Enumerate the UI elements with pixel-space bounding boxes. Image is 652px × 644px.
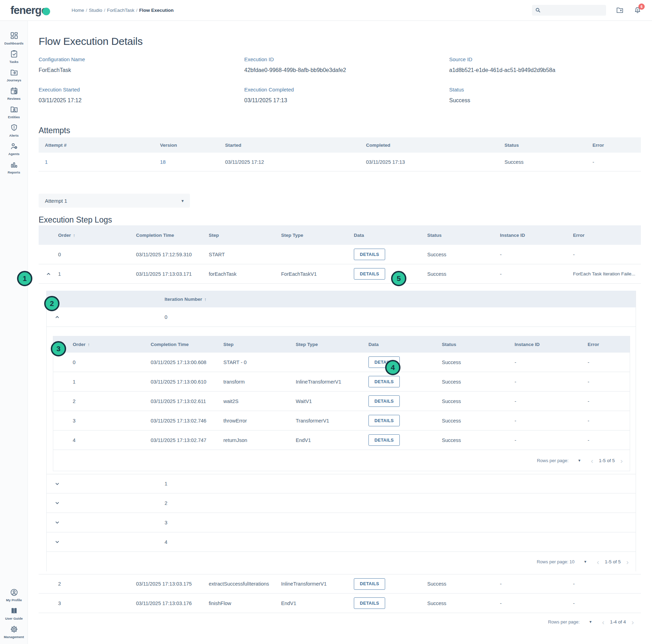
- details-button[interactable]: DETAILS: [368, 415, 400, 426]
- search-box: [532, 5, 606, 16]
- details-button[interactable]: DETAILS: [368, 434, 400, 446]
- details-button[interactable]: DETAILS: [368, 376, 400, 387]
- user-guide-book-icon: [0, 606, 28, 615]
- execution-info-row-2: Execution Started 03/11/2025 17:12 Execu…: [39, 87, 641, 104]
- sidebar-item-dashboards[interactable]: Dashboards: [0, 29, 28, 48]
- sidebar-item-reviews[interactable]: Reviews: [0, 84, 28, 103]
- annotation-marker-4: 4: [385, 360, 400, 375]
- col-iteration-number[interactable]: Iteration Number↑: [165, 297, 636, 302]
- iteration-row-1: 1: [47, 474, 636, 493]
- attempts-table-row: 1 18 03/11/2025 17:12 03/11/2025 17:13 S…: [39, 153, 641, 171]
- tasks-icon: [0, 50, 28, 58]
- fenergo-logo[interactable]: fenergo: [10, 4, 50, 17]
- rows-per-page-dropdown-icon[interactable]: ▾: [584, 559, 586, 564]
- expand-iteration-icon[interactable]: [47, 500, 67, 506]
- annotation-marker-2: 2: [44, 296, 59, 311]
- sidebar-item-reports[interactable]: Reports: [0, 158, 28, 177]
- expand-iteration-icon[interactable]: [47, 481, 67, 486]
- folder-add-icon[interactable]: [616, 6, 624, 14]
- row-error-text: ForEach Task Iteration Faile...: [573, 271, 641, 276]
- page-title: Flow Execution Details: [39, 35, 641, 47]
- details-button[interactable]: DETAILS: [354, 249, 385, 260]
- sidebar-item-tasks[interactable]: Tasks: [0, 48, 28, 66]
- details-button[interactable]: DETAILS: [354, 597, 385, 609]
- breadcrumb-home[interactable]: Home: [72, 8, 84, 13]
- sidebar-item-agents[interactable]: Agents: [0, 140, 28, 158]
- annotation-marker-3: 3: [51, 341, 66, 356]
- attempts-heading: Attempts: [39, 126, 641, 135]
- management-gear-icon: [0, 625, 28, 634]
- alerts-icon: [0, 123, 28, 132]
- iteration-row-0: 0: [47, 307, 636, 327]
- iteration-steps-table: Order↑ Completion Time Step Step Type Da…: [53, 336, 630, 471]
- logo-text: fenergo: [10, 4, 48, 17]
- collapse-iteration-icon[interactable]: [47, 314, 67, 320]
- details-button[interactable]: DETAILS: [354, 578, 385, 590]
- notifications-bell-icon[interactable]: 6: [634, 6, 642, 14]
- top-bar: fenergo Home / Studio / ForEachTask / Fl…: [0, 0, 652, 21]
- field-execution-completed: Execution Completed 03/11/2025 17:13: [244, 87, 449, 104]
- step-logs-pagination: Rows per page: ▾ ‹ 1-4 of 4 ›: [39, 613, 641, 630]
- rows-per-page-dropdown-icon[interactable]: ▾: [578, 458, 580, 463]
- sort-asc-icon: ↑: [204, 297, 207, 302]
- reports-icon: [0, 160, 28, 169]
- field-execution-id: Execution ID 42bfdae0-9968-499b-8afb-bb9…: [244, 56, 449, 73]
- attempts-table-header: Attempt # Version Started Completed Stat…: [39, 137, 641, 153]
- dashboards-icon: [0, 31, 28, 40]
- sidebar-item-my-profile[interactable]: My Profile: [0, 586, 28, 604]
- breadcrumb-foreachtask[interactable]: ForEachTask: [107, 8, 135, 13]
- breadcrumb-studio[interactable]: Studio: [89, 8, 102, 13]
- entities-icon: [0, 105, 28, 114]
- sidebar-item-management[interactable]: Management: [0, 623, 28, 641]
- next-page-icon[interactable]: ›: [626, 558, 629, 565]
- sidebar-item-user-guide[interactable]: User Guide: [0, 604, 28, 623]
- sidebar-item-alerts[interactable]: Alerts: [0, 121, 28, 140]
- expand-iteration-icon[interactable]: [47, 520, 67, 525]
- iteration-step-row-1: 1 03/11/2025 17:13:00.610 transform Inli…: [53, 372, 630, 392]
- notification-badge: 6: [638, 3, 645, 10]
- details-button[interactable]: DETAILS: [354, 268, 385, 280]
- attempt-status: Success: [504, 159, 593, 165]
- expand-iteration-icon[interactable]: [47, 539, 67, 545]
- step-logs-table-header: Order↑ Completion Time Step Step Type Da…: [39, 225, 641, 245]
- step-logs-heading: Execution Step Logs: [39, 215, 641, 225]
- iterations-panel: Iteration Number↑ 0 Order↑ Completion Ti…: [46, 291, 636, 571]
- step-log-row-3: 3 03/11/2025 17:13:03.176 finishFlow End…: [39, 594, 641, 613]
- sidebar-item-entities[interactable]: Entities: [0, 103, 28, 121]
- execution-info-row-1: Configuration Name ForEachTask Execution…: [39, 56, 641, 73]
- field-configuration-name: Configuration Name ForEachTask: [39, 56, 244, 73]
- journeys-icon: [0, 68, 28, 77]
- attempt-selector-dropdown[interactable]: Attempt 1 ▾: [39, 194, 190, 208]
- iteration-step-row-2: 2 03/11/2025 17:13:02.611 wait2S WaitV1 …: [53, 392, 630, 411]
- search-input[interactable]: [541, 8, 603, 13]
- next-page-icon[interactable]: ›: [620, 457, 623, 464]
- details-button[interactable]: DETAILS: [368, 395, 400, 407]
- field-source-id: Source ID a1d8b521-e1de-461d-ac51-b949d2…: [449, 56, 641, 73]
- annotation-marker-1: 1: [17, 271, 32, 286]
- prev-page-icon[interactable]: ‹: [602, 618, 604, 626]
- collapse-row-icon[interactable]: [39, 271, 58, 276]
- sidebar-item-journeys[interactable]: Journeys: [0, 66, 28, 84]
- iterations-header: Iteration Number↑: [47, 291, 636, 307]
- attempt-version-link[interactable]: 18: [160, 159, 225, 165]
- col-order[interactable]: Order↑: [58, 233, 136, 238]
- iteration-step-row-0: 0 03/11/2025 17:13:00.608 START - 0 DETA…: [53, 353, 630, 372]
- attempt-number-link[interactable]: 1: [39, 159, 160, 165]
- iteration-row-2: 2: [47, 493, 636, 513]
- breadcrumb-current: Flow Execution: [139, 8, 174, 13]
- next-page-icon[interactable]: ›: [631, 618, 634, 626]
- prev-page-icon[interactable]: ‹: [591, 457, 593, 464]
- prev-page-icon[interactable]: ‹: [597, 558, 599, 565]
- chevron-down-icon: ▾: [181, 198, 184, 203]
- search-icon: [535, 7, 541, 14]
- breadcrumb: Home / Studio / ForEachTask / Flow Execu…: [72, 8, 174, 13]
- iteration-steps-pagination: Rows per page: ▾ ‹ 1-5 of 5 ›: [53, 450, 630, 471]
- annotation-marker-5: 5: [391, 271, 406, 286]
- col-order[interactable]: Order↑: [73, 342, 151, 347]
- sort-asc-icon: ↑: [73, 233, 75, 238]
- sidebar: Dashboards Tasks Journeys: [0, 21, 28, 644]
- attempts-table: Attempt # Version Started Completed Stat…: [39, 137, 641, 171]
- rows-per-page-dropdown-icon[interactable]: ▾: [589, 619, 591, 624]
- step-log-row-1: 1 03/11/2025 17:13:03.171 forEachTask Fo…: [39, 264, 641, 284]
- agents-icon: [0, 142, 28, 151]
